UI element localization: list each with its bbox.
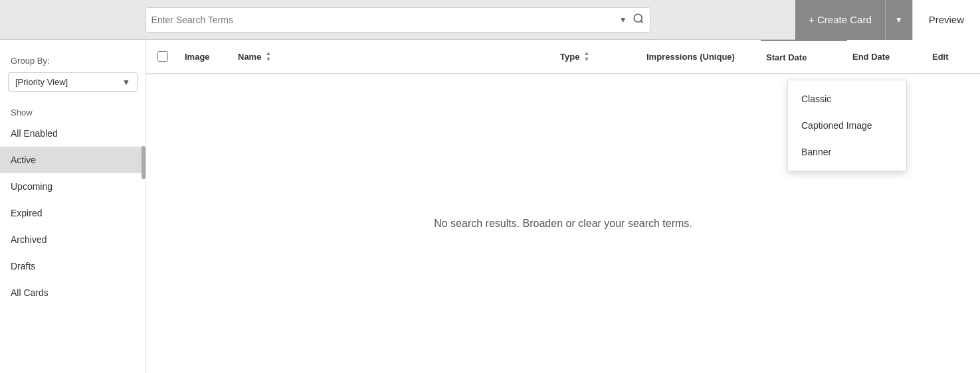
search-input-wrapper: ▼ xyxy=(146,7,650,33)
preview-button[interactable]: Preview xyxy=(912,0,980,40)
dropdown-arrow-icon: ▼ xyxy=(895,15,903,25)
sidebar-item-all-cards[interactable]: All Cards xyxy=(0,279,146,306)
preview-label: Preview xyxy=(929,14,964,25)
search-input[interactable] xyxy=(151,15,619,25)
group-by-label: Group By: xyxy=(0,50,146,68)
create-card-button[interactable]: + Create Card xyxy=(795,0,885,40)
empty-message: No search results. Broaden or clear your… xyxy=(434,218,692,230)
th-image: Image xyxy=(179,52,233,62)
sidebar-item-all-enabled[interactable]: All Enabled xyxy=(0,120,146,147)
search-area: ▼ xyxy=(0,7,795,33)
group-by-dropdown-arrow-icon: ▼ xyxy=(122,78,130,87)
sidebar-item-active[interactable]: Active xyxy=(0,147,146,173)
dropdown-item-classic[interactable]: Classic xyxy=(788,86,906,112)
table-header: Image Name ▲▼ Type ▲▼ Impressions (Uniqu… xyxy=(146,40,980,74)
sidebar-item-expired[interactable]: Expired xyxy=(0,200,146,226)
app-wrapper: ▼ + Create Card ▼ Preview xyxy=(0,0,980,373)
th-name: Name ▲▼ xyxy=(233,50,555,62)
group-by-dropdown[interactable]: [Priority View] ▼ xyxy=(8,72,138,92)
sidebar-item-upcoming[interactable]: Upcoming xyxy=(0,173,146,200)
search-dropdown-arrow-icon[interactable]: ▼ xyxy=(619,15,627,25)
svg-point-0 xyxy=(634,14,642,22)
name-sort-icon[interactable]: ▲▼ xyxy=(265,50,271,62)
main-content: Group By: [Priority View] ▼ Show All Ena… xyxy=(0,40,980,373)
th-checkbox xyxy=(146,51,179,62)
th-impressions: Impressions (Unique) xyxy=(641,52,761,62)
create-card-dropdown-menu: Classic Captioned Image Banner xyxy=(787,80,907,171)
type-sort-icon[interactable]: ▲▼ xyxy=(583,50,589,62)
select-all-checkbox[interactable] xyxy=(157,51,168,62)
sidebar-item-drafts[interactable]: Drafts xyxy=(0,253,146,279)
th-start-date: Start Date xyxy=(761,40,847,73)
create-card-label: + Create Card xyxy=(809,14,872,25)
create-card-dropdown-button[interactable]: ▼ xyxy=(885,0,912,40)
th-edit: Edit xyxy=(927,52,980,62)
show-label: Show xyxy=(0,102,146,120)
scrollbar-track xyxy=(142,40,146,373)
svg-line-1 xyxy=(640,21,642,23)
group-by-value: [Priority View] xyxy=(15,77,68,87)
top-bar-right: + Create Card ▼ Preview xyxy=(795,0,980,40)
top-bar: ▼ + Create Card ▼ Preview xyxy=(0,0,980,40)
th-end-date: End Date xyxy=(847,52,927,62)
sidebar: Group By: [Priority View] ▼ Show All Ena… xyxy=(0,40,146,373)
search-button[interactable] xyxy=(633,13,644,27)
dropdown-item-captioned-image[interactable]: Captioned Image xyxy=(788,112,906,139)
sidebar-item-archived[interactable]: Archived xyxy=(0,226,146,253)
scrollbar-thumb[interactable] xyxy=(142,146,146,179)
th-type: Type ▲▼ xyxy=(555,50,641,62)
dropdown-item-banner[interactable]: Banner xyxy=(788,139,906,165)
